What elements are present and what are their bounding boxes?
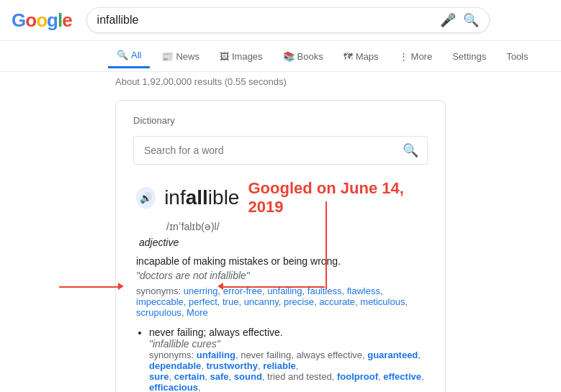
nav-item-all[interactable]: 🔍 All [108, 44, 150, 68]
phonetic: /ɪnˈfalɪb(ə)l/ [136, 221, 425, 232]
nav-item-more[interactable]: ⋮ More [390, 45, 441, 68]
search-input[interactable] [97, 14, 434, 27]
dictionary-title: Dictionary [133, 115, 428, 126]
word-bold: all [186, 186, 208, 209]
syn2-guaranteed[interactable]: guaranteed [367, 350, 418, 360]
syn2-safe[interactable]: safe [210, 371, 229, 382]
left-arrow-line [59, 286, 120, 288]
dict-search-row: 🔍 [133, 136, 428, 165]
syn-scrupulous[interactable]: scrupulous [136, 307, 181, 318]
syn2-unfailing[interactable]: unfailing [197, 350, 235, 360]
nav-right: Settings Tools [444, 45, 537, 68]
logo-e: e [62, 9, 71, 31]
arrow-head-right-small [118, 283, 124, 290]
nav-item-maps[interactable]: 🗺 Maps [335, 45, 387, 68]
word-entry: 🔊 infallible Googled on June 14, 2019 /ɪ… [133, 179, 428, 392]
header: Google 🎤 🔍 [0, 0, 561, 41]
logo-g: g [47, 9, 58, 31]
syn2-sure[interactable]: sure [149, 371, 169, 382]
syn2-efficacious[interactable]: efficacious [149, 382, 198, 392]
def-2-synonyms: synonyms: unfailing, never failing, alwa… [149, 350, 425, 392]
vert-red-line [326, 201, 327, 289]
syn-meticulous[interactable]: meticulous [360, 296, 405, 307]
audio-button[interactable]: 🔊 [136, 187, 156, 209]
syn-label-1: synonyms: [136, 286, 181, 296]
googled-annotation: Googled on June 14, 2019 [248, 179, 425, 216]
syn-more-1[interactable]: More [187, 307, 208, 318]
def-2-example: "infallible cures" [149, 338, 220, 350]
dictionary-box: Dictionary 🔍 🔊 infallible Googled on Jun… [115, 100, 446, 392]
logo-o1: o [25, 9, 36, 31]
results-info: About 1,92,00,000 results (0.55 seconds) [0, 72, 561, 91]
search-bar: 🎤 🔍 [86, 7, 490, 33]
syn-impeccable[interactable]: impeccable [136, 296, 184, 307]
right-arrow-line [220, 286, 325, 288]
def-1-synonyms: synonyms: unerring, error-free, unfailin… [136, 286, 425, 318]
syn2-reliable[interactable]: reliable [263, 360, 296, 371]
part-of-speech: adjective [136, 237, 425, 248]
def-2-text: never failing; always effective. [149, 327, 283, 338]
syn-uncanny[interactable]: uncanny [244, 296, 279, 307]
settings-link[interactable]: Settings [444, 45, 495, 68]
syn2-effective[interactable]: effective [383, 371, 421, 382]
definition-2: never failing; always effective. "infall… [136, 327, 425, 392]
search-button-icon[interactable]: 🔍 [463, 12, 479, 28]
syn-flawless[interactable]: flawless [347, 286, 380, 296]
word-display: infallible [164, 186, 239, 209]
arrow-head-left-main [217, 283, 223, 290]
def-1-text: incapable of making mistakes or being wr… [136, 255, 425, 267]
syn2-certain[interactable]: certain [174, 371, 205, 382]
logo-o2: o [36, 9, 47, 31]
def-2-item: never failing; always effective. "infall… [149, 327, 425, 392]
syn-perfect[interactable]: perfect [189, 296, 217, 307]
syn-precise[interactable]: precise [284, 296, 314, 307]
syn2-trustworthy[interactable]: trustworthy [206, 360, 258, 371]
word-header: 🔊 infallible Googled on June 14, 2019 [136, 179, 425, 216]
logo-G: G [12, 9, 25, 31]
tools-link[interactable]: Tools [498, 45, 537, 68]
nav-item-news[interactable]: 📰 News [153, 45, 208, 68]
syn2-foolproof[interactable]: foolproof [337, 371, 378, 382]
syn-unerring[interactable]: unerring [184, 286, 218, 296]
syn-accurate[interactable]: accurate [319, 296, 355, 307]
nav-bar: 🔍 All 📰 News 🖼 Images 📚 Books 🗺 Maps ⋮ M… [0, 41, 561, 72]
syn2-dependable[interactable]: dependable [149, 360, 201, 371]
nav-item-books[interactable]: 📚 Books [274, 45, 332, 68]
word-suffix: ible [208, 186, 240, 209]
dict-search-button[interactable]: 🔍 [394, 137, 427, 164]
mic-icon[interactable]: 🎤 [440, 12, 456, 28]
syn2-sound[interactable]: sound [234, 371, 262, 382]
word-prefix: inf [164, 186, 186, 209]
nav-item-images[interactable]: 🖼 Images [211, 45, 271, 68]
def-1-example: "doctors are not infallible" [136, 270, 425, 281]
google-logo: Google [12, 9, 72, 32]
dict-search-input[interactable] [134, 137, 394, 163]
syn-label-2: synonyms: [149, 350, 194, 360]
syn-true[interactable]: true [223, 296, 238, 307]
def-2-list: never failing; always effective. "infall… [136, 327, 425, 392]
